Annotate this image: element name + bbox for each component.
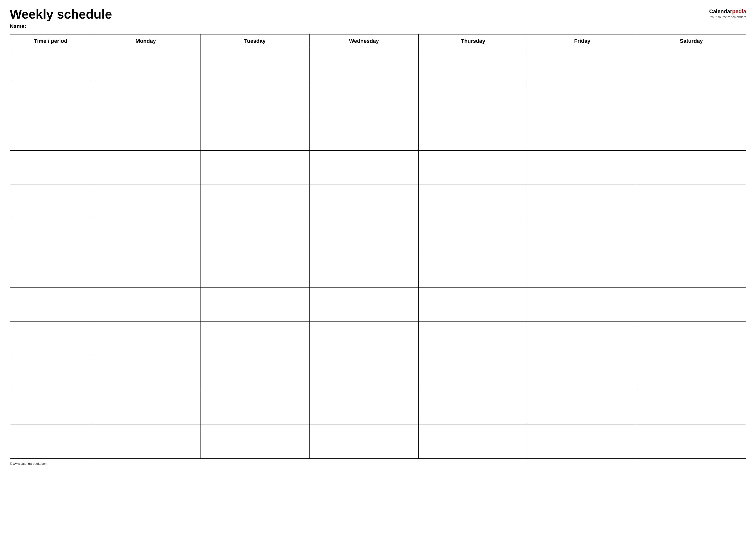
day-cell (309, 356, 418, 390)
day-cell (637, 48, 746, 82)
col-header-monday: Monday (91, 34, 200, 48)
table-row (10, 219, 746, 253)
day-cell (637, 322, 746, 356)
day-cell (637, 185, 746, 219)
day-cell (91, 356, 200, 390)
day-cell (528, 151, 637, 185)
time-cell (10, 322, 91, 356)
logo-text: Calendarpedia (709, 8, 746, 15)
day-cell (91, 185, 200, 219)
day-cell (528, 356, 637, 390)
footer-text: © www.calendarpedia.com (10, 462, 47, 465)
day-cell (528, 425, 637, 459)
time-cell (10, 219, 91, 253)
day-cell (91, 116, 200, 151)
day-cell (419, 287, 528, 322)
col-header-thursday: Thursday (419, 34, 528, 48)
col-header-friday: Friday (528, 34, 637, 48)
day-cell (419, 322, 528, 356)
day-cell (309, 82, 418, 116)
day-cell (528, 287, 637, 322)
day-cell (419, 151, 528, 185)
col-header-tuesday: Tuesday (200, 34, 309, 48)
day-cell (528, 322, 637, 356)
day-cell (200, 322, 309, 356)
day-cell (528, 185, 637, 219)
day-cell (91, 425, 200, 459)
day-cell (309, 219, 418, 253)
day-cell (419, 425, 528, 459)
day-cell (528, 253, 637, 287)
day-cell (91, 253, 200, 287)
day-cell (637, 253, 746, 287)
time-cell (10, 253, 91, 287)
time-cell (10, 287, 91, 322)
day-cell (528, 82, 637, 116)
table-row (10, 185, 746, 219)
day-cell (91, 151, 200, 185)
day-cell (637, 116, 746, 151)
time-cell (10, 48, 91, 82)
time-cell (10, 82, 91, 116)
col-header-wednesday: Wednesday (309, 34, 418, 48)
col-header-time: Time / period (10, 34, 91, 48)
day-cell (91, 219, 200, 253)
table-row (10, 425, 746, 459)
day-cell (528, 219, 637, 253)
header-area: Weekly schedule Name: Calendarpedia Your… (10, 7, 746, 30)
day-cell (419, 356, 528, 390)
day-cell (309, 185, 418, 219)
logo-calendar: Calendar (709, 8, 732, 14)
day-cell (528, 390, 637, 425)
day-cell (91, 322, 200, 356)
day-cell (419, 116, 528, 151)
day-cell (637, 219, 746, 253)
time-cell (10, 151, 91, 185)
day-cell (309, 253, 418, 287)
day-cell (637, 287, 746, 322)
day-cell (637, 356, 746, 390)
day-cell (419, 185, 528, 219)
day-cell (419, 48, 528, 82)
day-cell (309, 151, 418, 185)
time-cell (10, 390, 91, 425)
day-cell (637, 390, 746, 425)
day-cell (91, 82, 200, 116)
page-title: Weekly schedule (10, 7, 112, 21)
table-row (10, 48, 746, 82)
day-cell (91, 287, 200, 322)
day-cell (200, 219, 309, 253)
title-section: Weekly schedule Name: (10, 7, 112, 30)
table-row (10, 322, 746, 356)
table-row (10, 116, 746, 151)
table-header-row: Time / period Monday Tuesday Wednesday T… (10, 34, 746, 48)
logo-pedia: pedia (732, 8, 746, 14)
name-label: Name: (10, 23, 112, 30)
day-cell (200, 253, 309, 287)
logo-section: Calendarpedia Your source for calendars (709, 8, 746, 19)
day-cell (91, 48, 200, 82)
table-row (10, 390, 746, 425)
day-cell (419, 253, 528, 287)
day-cell (528, 48, 637, 82)
schedule-table: Time / period Monday Tuesday Wednesday T… (10, 34, 746, 459)
table-row (10, 82, 746, 116)
day-cell (200, 116, 309, 151)
day-cell (637, 425, 746, 459)
logo-tagline: Your source for calendars (710, 15, 746, 19)
day-cell (637, 82, 746, 116)
day-cell (200, 151, 309, 185)
table-row (10, 356, 746, 390)
day-cell (309, 390, 418, 425)
day-cell (419, 219, 528, 253)
col-header-saturday: Saturday (637, 34, 746, 48)
day-cell (637, 151, 746, 185)
day-cell (200, 425, 309, 459)
day-cell (528, 116, 637, 151)
day-cell (200, 185, 309, 219)
time-cell (10, 116, 91, 151)
day-cell (309, 322, 418, 356)
table-row (10, 287, 746, 322)
day-cell (91, 390, 200, 425)
day-cell (200, 287, 309, 322)
